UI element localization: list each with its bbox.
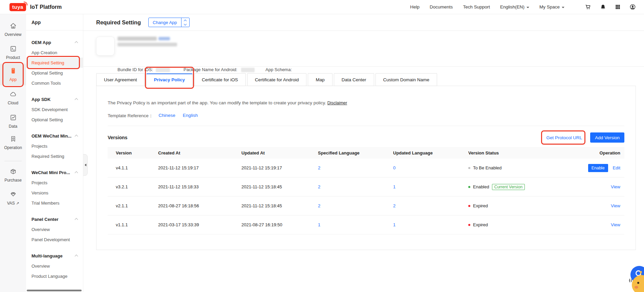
sidebar-item-required-setting-wechat[interactable]: Required Setting: [26, 151, 83, 161]
specified-language-link[interactable]: 2: [318, 165, 320, 170]
nav-help[interactable]: Help: [410, 4, 420, 9]
sidebar-item-projects[interactable]: Projects: [26, 141, 83, 151]
disclaimer-link[interactable]: Disclaimer: [327, 101, 347, 105]
rail-item-data[interactable]: Data: [0, 113, 26, 129]
chart-icon: [9, 113, 17, 122]
bell-icon[interactable]: [600, 4, 606, 10]
top-icon-group: [585, 4, 636, 10]
sidebar-group-multi-language[interactable]: Multi-language: [26, 251, 83, 261]
mascot-eye: [637, 282, 639, 284]
rail-item-overview[interactable]: Overview: [0, 22, 26, 37]
terminal-icon: [9, 45, 17, 53]
template-reference-label: Template Reference：: [108, 113, 153, 119]
updated-language-link[interactable]: 1: [393, 184, 395, 189]
chevron-up-icon: [75, 135, 78, 138]
sidebar-group-app-sdk[interactable]: App SDK: [26, 94, 83, 104]
col-version-status: Version Status: [468, 150, 570, 155]
updated-language-link[interactable]: 1: [393, 222, 395, 227]
view-link[interactable]: View: [611, 222, 620, 227]
sidebar-item-common-tools[interactable]: Common Tools: [26, 78, 83, 88]
sidebar: App OEM App App Creation Required Settin…: [26, 14, 83, 292]
template-link-chinese[interactable]: Chinese: [158, 113, 175, 119]
my-space-menu[interactable]: My Space: [539, 4, 564, 9]
col-created-at: Created At: [158, 150, 241, 155]
redacted-package-name: [241, 68, 255, 72]
sidebar-collapse-handle[interactable]: [83, 154, 88, 176]
sidebar-group-wechat-mini[interactable]: WeChat Mini Pro...: [26, 167, 83, 178]
sidebar-item-optional-setting-sdk[interactable]: Optional Setting: [26, 114, 83, 125]
sidebar-menu: OEM App App Creation Required Setting Op…: [26, 30, 83, 281]
specified-language-link[interactable]: 2: [318, 203, 320, 208]
status-cell: To Be Enabled: [468, 165, 570, 170]
sidebar-group-panel-center[interactable]: Panel Center: [26, 214, 83, 224]
bundle-id-label: Bundle ID for iOS:: [117, 67, 153, 72]
info-divider: [83, 66, 644, 67]
language-menu[interactable]: English(EN): [500, 4, 529, 9]
redacted-app-name: [117, 37, 157, 41]
sidebar-item-optional-setting[interactable]: Optional Setting: [26, 68, 83, 78]
tuya-logo[interactable]: tuya: [9, 3, 26, 11]
specified-language-link[interactable]: 1: [318, 222, 320, 227]
sidebar-item-app-creation[interactable]: App Creation: [26, 47, 83, 58]
sidebar-group-oem-wechat[interactable]: OEM WeChat Min...: [26, 131, 83, 141]
change-app-select[interactable]: Change App: [148, 18, 190, 27]
apps-grid-icon[interactable]: [615, 4, 621, 10]
rail-item-vas[interactable]: VAS ↗: [0, 190, 26, 206]
view-link[interactable]: View: [611, 184, 620, 189]
col-specified-language: Specified Language: [318, 150, 393, 155]
template-link-english[interactable]: English: [183, 113, 198, 119]
get-protocol-url-button[interactable]: Get Protocol URL: [546, 135, 582, 140]
col-updated-language: Updated Language: [393, 150, 468, 155]
sidebar-item-versions[interactable]: Versions: [26, 188, 83, 198]
top-nav: Help Documents Tech Support English(EN) …: [410, 4, 636, 10]
tab-privacy-policy[interactable]: Privacy Policy: [146, 73, 193, 86]
redacted-app-id: [117, 43, 177, 46]
sidebar-item-overview-panel[interactable]: Overview: [26, 224, 83, 234]
rail-item-product[interactable]: Product: [0, 45, 26, 60]
rail-item-operation[interactable]: Operation: [0, 135, 26, 150]
chevron-up-icon: [75, 218, 78, 222]
sidebar-item-product-language[interactable]: Product Language: [26, 271, 83, 281]
tab-data-center[interactable]: Data Center: [334, 73, 374, 86]
rail-item-cloud[interactable]: Cloud: [0, 90, 26, 105]
rail-item-app[interactable]: App: [0, 64, 26, 85]
view-link[interactable]: View: [611, 203, 620, 208]
sidebar-scrollbar[interactable]: [27, 290, 82, 291]
versions-table: Version Created At Updated At Specified …: [108, 147, 624, 234]
specified-language-link[interactable]: 2: [318, 184, 320, 189]
rail-divider: [4, 161, 22, 161]
tab-map[interactable]: Map: [308, 73, 332, 86]
sidebar-item-projects-mini[interactable]: Projects: [26, 178, 83, 188]
cart-icon[interactable]: [585, 4, 591, 10]
tab-certificate-ios[interactable]: Certificate for iOS: [194, 73, 246, 86]
account-icon[interactable]: [629, 4, 636, 10]
nav-documents[interactable]: Documents: [430, 4, 453, 9]
enable-button[interactable]: Enable: [588, 164, 608, 172]
add-version-button[interactable]: Add Version: [590, 132, 624, 143]
sidebar-group-oem-app[interactable]: OEM App: [26, 37, 83, 47]
nav-tech-support[interactable]: Tech Support: [463, 4, 490, 9]
sidebar-item-trial-members[interactable]: Trial Members: [26, 198, 83, 208]
status-dot-green: [468, 186, 470, 188]
tab-certificate-android[interactable]: Certificate for Android: [247, 73, 307, 86]
sidebar-title: App: [26, 14, 83, 30]
sidebar-item-overview-lang[interactable]: Overview: [26, 261, 83, 271]
rail-item-purchase[interactable]: Purchase: [0, 167, 26, 183]
package-name-label: Package Name for Android:: [184, 67, 237, 72]
sidebar-item-panel-development[interactable]: Panel Development: [26, 234, 83, 245]
rail-label: Operation: [0, 145, 26, 150]
updated-language-link[interactable]: 2: [393, 203, 395, 208]
chevron-up-icon: [75, 255, 78, 258]
icon-rail: Overview Product App Cloud Data Operatio…: [0, 14, 26, 292]
header-divider: [83, 30, 644, 31]
sidebar-item-required-setting[interactable]: Required Setting: [26, 58, 83, 68]
tab-custom-domain-name[interactable]: Custom Domain Name: [375, 73, 437, 86]
created-at-cell: 2021-11-12 15:18:33: [158, 184, 241, 189]
chevron-up-icon: [75, 41, 78, 45]
updated-language-link[interactable]: 0: [393, 165, 395, 170]
tab-user-agreement[interactable]: User Agreement: [96, 73, 145, 86]
version-cell: v2.1.1: [108, 203, 158, 208]
edit-link[interactable]: Edit: [613, 165, 620, 170]
rail-label: Cloud: [0, 101, 26, 105]
sidebar-item-sdk-development[interactable]: SDK Development: [26, 104, 83, 114]
